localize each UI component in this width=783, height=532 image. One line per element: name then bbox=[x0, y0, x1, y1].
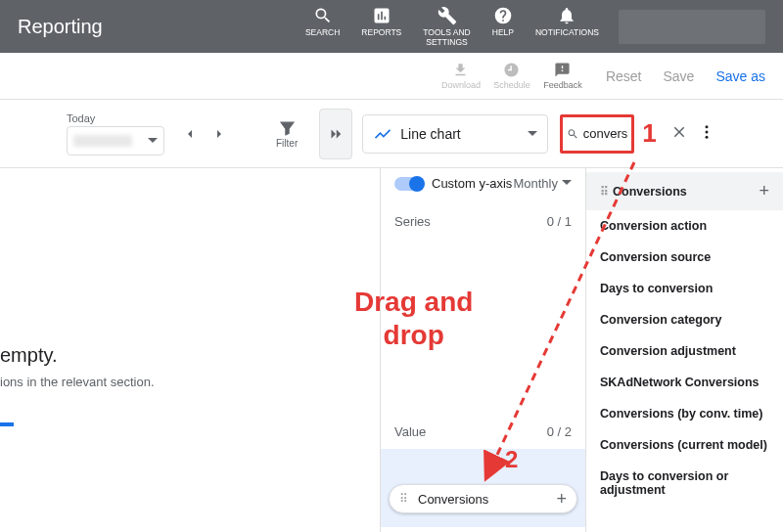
schedule-button[interactable]: Schedule bbox=[486, 62, 537, 90]
page-title: Reporting bbox=[18, 16, 103, 38]
add-icon[interactable]: + bbox=[556, 489, 567, 510]
save-button[interactable]: Save bbox=[663, 68, 694, 84]
date-label: Today bbox=[67, 112, 164, 124]
clock-icon bbox=[503, 62, 520, 78]
search-icon bbox=[567, 126, 578, 142]
yaxis-toggle[interactable] bbox=[394, 177, 424, 191]
left-panel: empty. ions in the relevant section. bbox=[0, 168, 380, 532]
period-selector[interactable]: Monthly bbox=[513, 176, 572, 191]
metric-item[interactable]: SKAdNetwork Conversions bbox=[586, 367, 783, 398]
add-icon[interactable]: + bbox=[759, 181, 769, 201]
drag-handle-icon: ⠿ bbox=[399, 492, 408, 506]
metric-search-input[interactable]: convers bbox=[560, 114, 634, 154]
search-nav[interactable]: SEARCH bbox=[305, 6, 340, 37]
value-count: 0 / 2 bbox=[547, 424, 572, 439]
value-dropzone[interactable]: ⠿ Conversions + bbox=[381, 449, 585, 527]
bell-icon bbox=[557, 6, 576, 25]
action-bar: Download Schedule Feedback Reset Save Sa… bbox=[0, 53, 783, 100]
toolbar-row: Today Filter Line chart convers 1 bbox=[0, 100, 783, 168]
date-nav bbox=[182, 126, 227, 142]
notifications-nav[interactable]: NOTIFICATIONS bbox=[535, 6, 599, 37]
svg-point-0 bbox=[705, 125, 708, 128]
main-content: empty. ions in the relevant section. Cus… bbox=[0, 168, 783, 532]
filter-icon bbox=[278, 119, 297, 138]
wrench-icon bbox=[438, 6, 457, 25]
empty-subtext: ions in the relevant section. bbox=[0, 375, 380, 389]
more-button[interactable] bbox=[698, 123, 715, 145]
svg-point-2 bbox=[705, 135, 708, 138]
value-label: Value bbox=[394, 424, 426, 439]
line-chart-icon bbox=[373, 124, 392, 144]
chart-type-selector[interactable]: Line chart bbox=[362, 114, 548, 154]
config-panel: Custom y-axis Monthly Series 0 / 1 Value… bbox=[380, 168, 585, 532]
chevrons-right-icon bbox=[327, 125, 345, 143]
metric-item[interactable]: Conversion action bbox=[586, 210, 783, 242]
more-vert-icon bbox=[698, 123, 715, 141]
metric-item[interactable]: Conversions (by conv. time) bbox=[586, 398, 783, 429]
chevron-down-icon bbox=[562, 176, 572, 191]
date-value bbox=[73, 135, 132, 147]
metric-item[interactable]: Conversion category bbox=[586, 304, 783, 335]
feedback-icon bbox=[554, 62, 571, 78]
chevron-down-icon bbox=[528, 126, 537, 142]
tools-nav[interactable]: TOOLS AND SETTINGS bbox=[423, 6, 471, 47]
chevron-down-icon bbox=[148, 132, 158, 150]
series-count: 0 / 1 bbox=[547, 214, 572, 229]
expand-button[interactable] bbox=[319, 109, 352, 159]
svg-point-1 bbox=[705, 130, 708, 133]
yaxis-label: Custom y-axis bbox=[432, 176, 512, 191]
metric-item[interactable]: Days to conversion or adjustment bbox=[586, 461, 783, 506]
download-button[interactable]: Download bbox=[436, 62, 486, 90]
empty-heading: empty. bbox=[0, 344, 380, 367]
metric-chip[interactable]: ⠿ Conversions + bbox=[389, 484, 577, 513]
saveas-button[interactable]: Save as bbox=[715, 68, 765, 84]
metric-item[interactable]: Conversion adjustment bbox=[586, 335, 783, 367]
filter-button[interactable]: Filter bbox=[276, 119, 298, 149]
help-icon bbox=[493, 6, 513, 25]
value-row: Value 0 / 2 bbox=[394, 424, 572, 439]
chip-label: Conversions bbox=[418, 492, 488, 507]
yaxis-row: Custom y-axis Monthly bbox=[394, 176, 572, 191]
annotation-1: 1 bbox=[642, 118, 656, 149]
drag-handle-icon: ⠿ bbox=[600, 185, 609, 199]
metric-item[interactable]: Days to conversion bbox=[586, 273, 783, 304]
date-range-block: Today bbox=[67, 112, 164, 155]
close-icon bbox=[670, 123, 688, 141]
reports-icon bbox=[372, 6, 392, 25]
search-query: convers bbox=[583, 126, 628, 141]
top-bar: Reporting SEARCH REPORTS TOOLS AND SETTI… bbox=[0, 0, 783, 53]
feedback-button[interactable]: Feedback bbox=[537, 62, 588, 90]
save-group: Reset Save Save as bbox=[588, 68, 783, 84]
search-icon bbox=[313, 6, 333, 25]
help-nav[interactable]: HELP bbox=[492, 6, 514, 37]
metric-item[interactable]: Conversion source bbox=[586, 242, 783, 273]
top-icons: SEARCH REPORTS TOOLS AND SETTINGS HELP N… bbox=[305, 6, 599, 47]
metric-item[interactable]: Conversions (current model) bbox=[586, 429, 783, 461]
reset-button[interactable]: Reset bbox=[606, 68, 642, 84]
date-selector[interactable] bbox=[67, 126, 164, 155]
prev-button[interactable] bbox=[182, 126, 198, 142]
series-label: Series bbox=[394, 214, 431, 229]
download-icon bbox=[452, 62, 469, 78]
metric-item[interactable]: ⠿Conversions+ bbox=[586, 172, 783, 210]
next-button[interactable] bbox=[211, 126, 227, 142]
close-button[interactable] bbox=[670, 123, 688, 145]
series-row: Series 0 / 1 bbox=[394, 214, 572, 229]
metric-list: ⠿Conversions+ Conversion action Conversi… bbox=[585, 168, 783, 532]
reports-nav[interactable]: REPORTS bbox=[361, 6, 401, 37]
account-switcher[interactable] bbox=[619, 10, 765, 44]
chart-type-label: Line chart bbox=[400, 126, 460, 142]
accent-bar bbox=[0, 422, 14, 426]
